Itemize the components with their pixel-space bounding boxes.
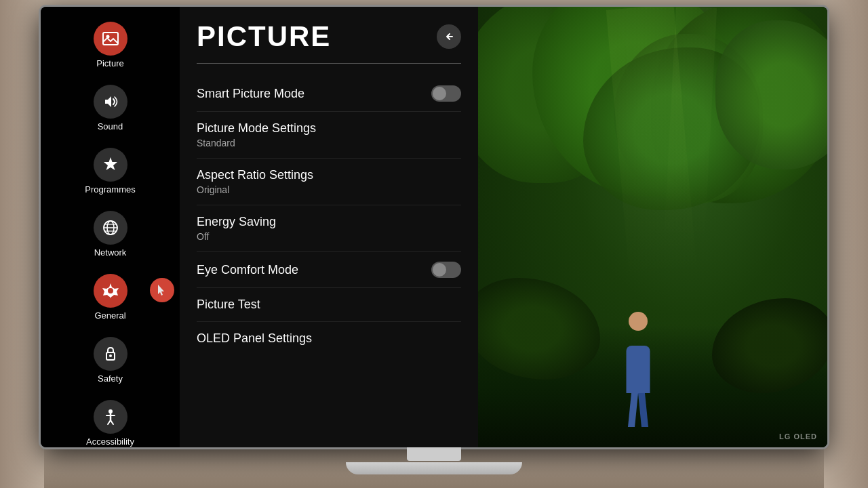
wall-right <box>824 0 868 488</box>
energy-saving-title: Energy Saving <box>197 215 276 228</box>
aspect-ratio-settings-subtitle: Original <box>197 184 461 195</box>
sidebar-item-picture[interactable]: Picture <box>41 14 180 77</box>
network-icon <box>94 211 127 245</box>
wall-left <box>0 0 44 488</box>
forest-scene: LG OLED <box>478 7 827 447</box>
smart-picture-mode-toggle[interactable] <box>431 85 461 102</box>
aspect-ratio-settings-title: Aspect Ratio Settings <box>197 168 313 182</box>
sidebar-label-general: General <box>94 310 125 321</box>
tv-container: Picture Sound <box>0 0 868 488</box>
foreground-foliage-1 <box>478 278 600 380</box>
menu-item-energy-saving[interactable]: Energy Saving Off <box>197 205 461 252</box>
main-panel: PICTURE Smart Picture Mode <box>180 7 478 447</box>
sidebar-item-safety[interactable]: Safety <box>41 329 180 392</box>
picture-icon <box>94 22 127 56</box>
person-legs <box>625 393 652 427</box>
tv-screen: Picture Sound <box>41 7 827 447</box>
accessibility-icon <box>94 400 127 434</box>
tv-stand <box>346 447 522 488</box>
picture-mode-settings-subtitle: Standard <box>197 138 461 148</box>
menu-item-picture-mode-settings[interactable]: Picture Mode Settings Standard <box>197 112 461 159</box>
picture-mode-settings-title: Picture Mode Settings <box>197 121 316 135</box>
smart-picture-mode-row: Smart Picture Mode <box>197 85 461 102</box>
sidebar-item-general[interactable]: General <box>41 266 180 329</box>
sidebar-item-accessibility[interactable]: Accessibility <box>41 392 180 447</box>
person-body <box>627 346 650 393</box>
menu-item-eye-comfort-mode[interactable]: Eye Comfort Mode <box>197 252 461 288</box>
sidebar-label-network: Network <box>94 247 127 258</box>
person-silhouette <box>618 312 658 393</box>
eye-comfort-mode-toggle[interactable] <box>431 262 461 278</box>
picture-test-title: Picture Test <box>197 298 260 311</box>
svg-marker-2 <box>104 157 117 170</box>
cursor-overlay <box>150 278 174 302</box>
menu-item-aspect-ratio-settings[interactable]: Aspect Ratio Settings Original <box>197 159 461 205</box>
sidebar-label-sound: Sound <box>98 121 123 131</box>
eye-comfort-mode-title: Eye Comfort Mode <box>197 263 298 277</box>
svg-point-10 <box>109 354 112 357</box>
divider <box>197 63 461 64</box>
energy-saving-subtitle: Off <box>197 231 461 242</box>
stand-base <box>346 462 522 474</box>
sidebar: Picture Sound <box>41 7 180 447</box>
sidebar-item-network[interactable]: Network <box>41 203 180 266</box>
menu-item-oled-panel-settings[interactable]: OLED Panel Settings <box>197 322 461 355</box>
video-background: LG OLED <box>478 7 827 447</box>
sidebar-label-safety: Safety <box>98 373 123 384</box>
sound-icon <box>94 85 127 119</box>
sidebar-label-picture: Picture <box>96 58 123 68</box>
sidebar-item-sound[interactable]: Sound <box>41 77 180 140</box>
oled-panel-settings-title: OLED Panel Settings <box>197 331 312 345</box>
page-title: PICTURE <box>197 20 331 53</box>
sidebar-label-accessibility: Accessibility <box>86 436 134 447</box>
smart-picture-mode-title: Smart Picture Mode <box>197 87 304 101</box>
back-button[interactable] <box>437 24 461 49</box>
menu-item-picture-test[interactable]: Picture Test <box>197 288 461 322</box>
svg-point-8 <box>108 288 113 293</box>
lg-logo: LG OLED <box>779 432 817 441</box>
panel-header: PICTURE <box>197 20 461 53</box>
safety-icon <box>94 337 127 371</box>
sidebar-label-programmes: Programmes <box>85 184 135 195</box>
programmes-icon <box>94 148 127 182</box>
menu-item-smart-picture-mode[interactable]: Smart Picture Mode <box>197 76 461 112</box>
stand-neck <box>407 447 461 461</box>
svg-rect-0 <box>103 33 118 45</box>
person-head <box>629 312 648 331</box>
eye-comfort-mode-row: Eye Comfort Mode <box>197 262 461 278</box>
sidebar-item-programmes[interactable]: Programmes <box>41 140 180 203</box>
tv-bezel: Picture Sound <box>41 7 827 447</box>
general-icon <box>94 274 127 308</box>
